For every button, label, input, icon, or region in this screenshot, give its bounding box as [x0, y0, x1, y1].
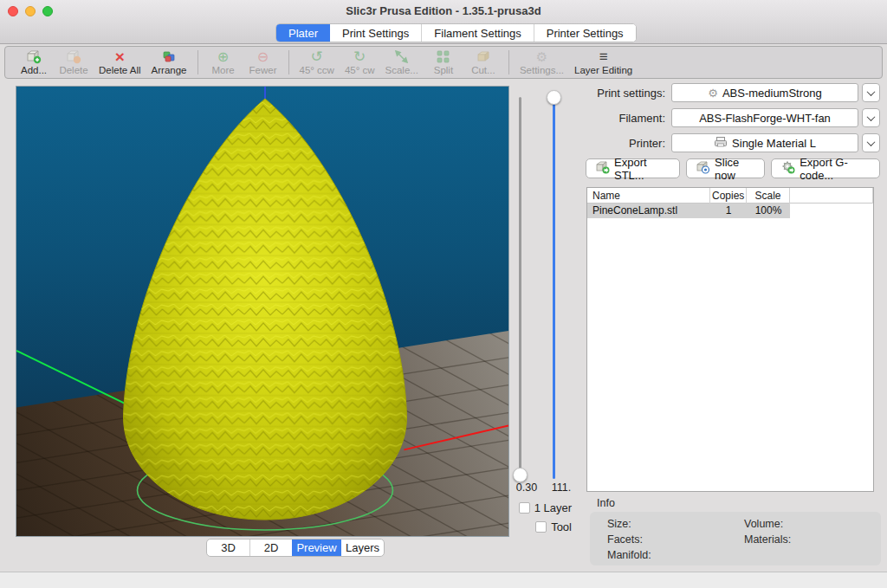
gear-icon: ⚙ [708, 87, 718, 99]
arrange-button[interactable]: Arrange [152, 47, 187, 78]
printer-dropdown-button[interactable] [862, 133, 880, 152]
tab-print-settings[interactable]: Print Settings [330, 24, 421, 42]
layer-max-slider-knob[interactable] [547, 90, 561, 105]
one-layer-checkbox[interactable] [519, 502, 530, 514]
plus-circle-icon: ⊕ [217, 49, 229, 64]
slice-now-icon [696, 160, 710, 177]
slice-now-label: Slice now [715, 156, 755, 182]
object-row-filler [790, 204, 873, 218]
object-list[interactable]: Name Copies Scale PineConeLamp.stl 1 100… [586, 187, 874, 492]
materials-label: Materials: [744, 533, 881, 549]
object-name-cell: PineConeLamp.stl [587, 204, 710, 218]
filament-dropdown-button[interactable] [862, 108, 880, 127]
view-tab-3d[interactable]: 3D [207, 540, 249, 556]
manifold-label: Manifold: [607, 549, 744, 565]
column-header-scale: Scale [747, 188, 790, 204]
rotate-cw-button-label: 45° cw [345, 65, 375, 75]
export-stl-icon [595, 160, 610, 177]
layer-min-slider-track[interactable] [519, 97, 521, 475]
printer-value: Single Material L [732, 137, 816, 150]
tab-printer-settings[interactable]: Printer Settings [534, 24, 636, 42]
preview-3d-viewport[interactable] [16, 86, 509, 537]
more-button-label: More [211, 65, 234, 75]
object-row-pineconelamp[interactable]: PineConeLamp.stl 1 100% [587, 204, 873, 218]
gear-icon: ⚙ [536, 49, 547, 64]
object-list-header: Name Copies Scale [587, 188, 873, 204]
filament-row: Filament: ABS-FlashForge-WHT-fan [586, 108, 880, 127]
print-settings-label: Print settings: [586, 87, 665, 100]
view-tab-layers[interactable]: Layers [341, 540, 384, 556]
delete-button-label: Delete [59, 65, 87, 75]
info-section-title: Info [597, 497, 880, 509]
main-tabstrip: Plater Print Settings Filament Settings … [275, 23, 637, 42]
settings-button[interactable]: ⚙ Settings... [520, 47, 564, 78]
view-tab-2d[interactable]: 2D [249, 540, 292, 556]
export-gcode-button[interactable]: Export G-code... [771, 158, 880, 178]
fewer-button-label: Fewer [249, 65, 277, 75]
layer-max-value: 111. [547, 481, 576, 494]
scale-button[interactable]: Scale... [385, 47, 418, 78]
layer-max-slider-track[interactable] [553, 97, 555, 479]
rotate-ccw-button[interactable]: ↺ 45° ccw [300, 47, 334, 78]
slice-now-button[interactable]: Slice now [686, 158, 765, 178]
object-copies-cell: 1 [710, 204, 747, 218]
facets-label: Facets: [607, 533, 744, 549]
toolbar: Add... Delete × Delete All Arrange ⊕ Mor… [4, 46, 883, 79]
tool-label: Tool [551, 520, 572, 533]
delete-all-x-icon: × [115, 49, 125, 64]
toolbar-separator [508, 50, 509, 74]
toolbar-separator [197, 50, 198, 74]
print-settings-select[interactable]: ⚙ ABS-mediumStrong [671, 83, 858, 102]
rotate-ccw-button-label: 45° ccw [300, 65, 334, 75]
cut-button-label: Cut... [471, 65, 495, 75]
filament-select[interactable]: ABS-FlashForge-WHT-fan [671, 108, 858, 127]
delete-all-button[interactable]: × Delete All [99, 47, 141, 78]
statusbar [0, 572, 887, 588]
rotate-cw-icon: ↻ [353, 49, 366, 64]
tab-filament-settings[interactable]: Filament Settings [421, 24, 533, 42]
app-window: Slic3r Prusa Edition - 1.35.1-prusa3d Pl… [0, 0, 887, 588]
delete-all-button-label: Delete All [99, 65, 141, 75]
printer-row: Printer: Single Material L [586, 133, 880, 152]
column-header-copies: Copies [710, 188, 747, 204]
toolbar-separator [288, 50, 289, 74]
layer-editing-button[interactable]: ≡ Layer Editing [574, 47, 632, 78]
one-layer-checkbox-row: 1 Layer [501, 500, 572, 515]
delete-button[interactable]: Delete [59, 47, 88, 78]
view-tab-preview[interactable]: Preview [292, 540, 341, 556]
tool-checkbox[interactable] [535, 521, 547, 533]
layer-editing-icon: ≡ [599, 49, 608, 64]
layer-editing-button-label: Layer Editing [574, 65, 632, 75]
object-scale-cell: 100% [747, 204, 790, 218]
split-cubes-icon [436, 49, 450, 64]
one-layer-label: 1 Layer [534, 501, 572, 514]
action-buttons: Export STL... Slice now Export G-code... [586, 158, 880, 178]
column-header-filler [790, 188, 873, 204]
tab-plater[interactable]: Plater [276, 24, 330, 42]
chevron-down-icon [867, 113, 876, 121]
add-button[interactable]: Add... [19, 47, 49, 78]
printer-select[interactable]: Single Material L [671, 133, 858, 152]
add-box-icon [26, 49, 42, 64]
chevron-down-icon [867, 87, 876, 96]
column-header-name: Name [587, 188, 710, 204]
export-stl-button[interactable]: Export STL... [586, 158, 680, 178]
fewer-copies-button[interactable]: ⊖ Fewer [249, 47, 278, 78]
titlebar: Slic3r Prusa Edition - 1.35.1-prusa3d Pl… [0, 0, 887, 44]
more-copies-button[interactable]: ⊕ More [209, 47, 238, 78]
cut-button[interactable]: Cut... [469, 47, 498, 78]
minus-circle-icon: ⊖ [257, 49, 269, 64]
info-spacer [744, 549, 881, 565]
print-settings-dropdown-button[interactable] [862, 83, 880, 102]
gcode-preview-scene [16, 87, 508, 536]
add-button-label: Add... [21, 65, 47, 75]
print-settings-value: ABS-mediumStrong [722, 87, 822, 100]
rotate-cw-button[interactable]: ↻ 45° cw [345, 47, 375, 78]
layer-min-slider-knob[interactable] [513, 468, 528, 482]
layer-min-value: 0.30 [513, 481, 541, 494]
volume-label: Volume: [744, 518, 881, 533]
cut-box-icon [476, 49, 491, 64]
split-button[interactable]: Split [429, 47, 458, 78]
settings-panel: Print settings: ⚙ ABS-mediumStrong Filam… [586, 83, 880, 565]
printer-label: Printer: [586, 137, 665, 150]
